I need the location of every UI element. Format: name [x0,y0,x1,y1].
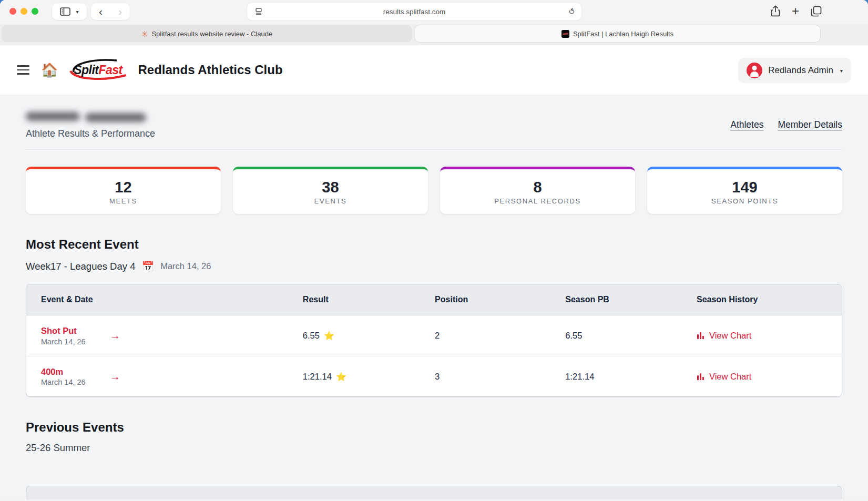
stat-card-season-points: 149 SEASON POINTS [647,167,842,214]
result-value: 6.55 [303,331,320,341]
event-link-shot-put[interactable]: Shot Put March 14, 26 → [26,325,288,346]
sidebar-toggle-button[interactable]: ▾ [52,3,87,20]
user-menu[interactable]: Redlands Admin ▾ [738,58,851,83]
tab-claude[interactable]: ✳ Splitfast results website review - Cla… [2,25,412,42]
previous-events-table-header [26,486,842,499]
nav-buttons: ‹ › [91,3,130,20]
club-name: Redlands Athletics Club [138,63,282,77]
splitfast-logo[interactable]: SplitFast [66,56,129,84]
col-position: Position [420,295,550,304]
col-season-history: Season History [682,295,842,304]
position-value: 3 [420,372,550,382]
view-chart-button[interactable]: View Chart [682,331,842,341]
table-header-row: Event & Date Result Position Season PB S… [26,284,842,315]
home-icon[interactable]: 🏠 [41,62,58,78]
stat-card-meets: 12 MEETS [26,167,221,214]
recent-event-title: Week17 - Leagues Day 4 [26,261,135,272]
browser-window: ▾ ‹ › results.splitfast.com ⟳ + [0,0,868,501]
previous-events-heading: Previous Events [26,420,842,435]
user-avatar-icon [747,63,762,78]
forward-button[interactable]: › [110,4,130,19]
recent-event-date: March 14, 26 [160,261,211,271]
view-chart-label: View Chart [709,372,751,382]
tab-label: SplitFast | Lachlan Haigh Results [573,30,673,38]
logo-fast-text: Fast [98,63,122,77]
minimize-window-button[interactable] [21,8,27,15]
browser-toolbar: ▾ ‹ › results.splitfast.com ⟳ + [0,0,868,24]
stat-label: EVENTS [314,197,347,205]
page-content: Athlete Results & Performance Athletes M… [0,95,868,499]
most-recent-event-heading: Most Recent Event [26,237,842,252]
stat-value: 8 [533,180,542,195]
page-head: Athlete Results & Performance Athletes M… [26,95,842,139]
stat-value: 12 [115,180,131,195]
traffic-lights [9,8,38,15]
event-name: Shot Put [41,325,86,336]
previous-season-label: 25-26 Summer [26,442,842,454]
result-value: 1:21.14 [303,372,332,382]
chevron-down-icon: ▾ [76,9,78,15]
position-value: 2 [420,331,550,341]
table-row: Shot Put March 14, 26 → 6.55 ⭐ 2 6.55 [26,315,842,356]
tab-label: Splitfast results website review - Claud… [151,30,272,38]
event-date: March 14, 26 [41,338,86,346]
bar-chart-icon [697,332,704,340]
athletes-link[interactable]: Athletes [730,119,763,130]
share-icon[interactable] [771,5,780,17]
section-divider [26,149,842,150]
bar-chart-icon [697,373,704,381]
toolbar-right-icons: + [771,4,822,18]
season-pb-value: 1:21.14 [550,372,682,382]
stat-label: PERSONAL RECORDS [494,197,581,205]
view-chart-button[interactable]: View Chart [682,372,842,382]
stats-cards: 12 MEETS 38 EVENTS 8 PERSONAL RECORDS 14… [26,167,842,214]
sidebar-icon [60,7,70,16]
url-text[interactable]: results.splitfast.com [247,8,581,16]
recent-event-info: Week17 - Leagues Day 4 📅 March 14, 26 [26,260,842,272]
user-menu-label: Redlands Admin [768,65,833,76]
col-season-pb: Season PB [550,295,682,304]
stat-value: 38 [322,180,339,195]
back-button[interactable]: ‹ [91,4,110,19]
stat-value: 149 [732,180,757,195]
table-row: 400m March 14, 26 → 1:21.14 ⭐ 3 1:21.14 [26,356,842,396]
pb-star-icon: ⭐ [336,372,346,382]
claude-icon: ✳ [141,30,148,38]
pb-star-icon: ⭐ [324,331,334,341]
close-window-button[interactable] [9,8,16,15]
tab-splitfast-active[interactable]: SplitFast | Lachlan Haigh Results [415,25,820,42]
splitfast-favicon [561,30,569,38]
stat-label: SEASON POINTS [711,197,778,205]
site-header: 🏠 SplitFast Redlands Athletics Club Redl… [0,45,868,95]
new-tab-button[interactable]: + [792,4,799,18]
page-nav-links: Athletes Member Details [730,119,842,130]
address-bar[interactable]: results.splitfast.com ⟳ [247,3,581,21]
col-result: Result [288,295,420,304]
athlete-name-redacted [26,112,155,121]
event-link-400m[interactable]: 400m March 14, 26 → [26,366,288,387]
logo-split-text: Split [74,63,98,77]
zoom-window-button[interactable] [32,8,38,15]
page-subtitle: Athlete Results & Performance [26,128,155,139]
stat-label: MEETS [109,197,137,205]
event-name: 400m [41,366,86,377]
stat-card-personal-records: 8 PERSONAL RECORDS [440,167,635,214]
view-chart-label: View Chart [709,331,751,341]
user-menu-caret-icon: ▾ [840,68,843,74]
menu-icon[interactable] [17,65,29,75]
member-details-link[interactable]: Member Details [778,119,842,130]
stat-card-events: 38 EVENTS [233,167,428,214]
reload-icon[interactable]: ⟳ [567,8,577,15]
tab-bar: ✳ Splitfast results website review - Cla… [0,24,868,45]
col-event-date: Event & Date [26,295,288,304]
arrow-right-icon: → [110,371,120,383]
tab-overview-icon[interactable] [811,6,822,17]
season-pb-value: 6.55 [550,331,682,341]
arrow-right-icon: → [110,330,120,342]
calendar-icon: 📅 [141,260,154,272]
results-table: Event & Date Result Position Season PB S… [26,284,842,397]
event-date: March 14, 26 [41,378,86,386]
